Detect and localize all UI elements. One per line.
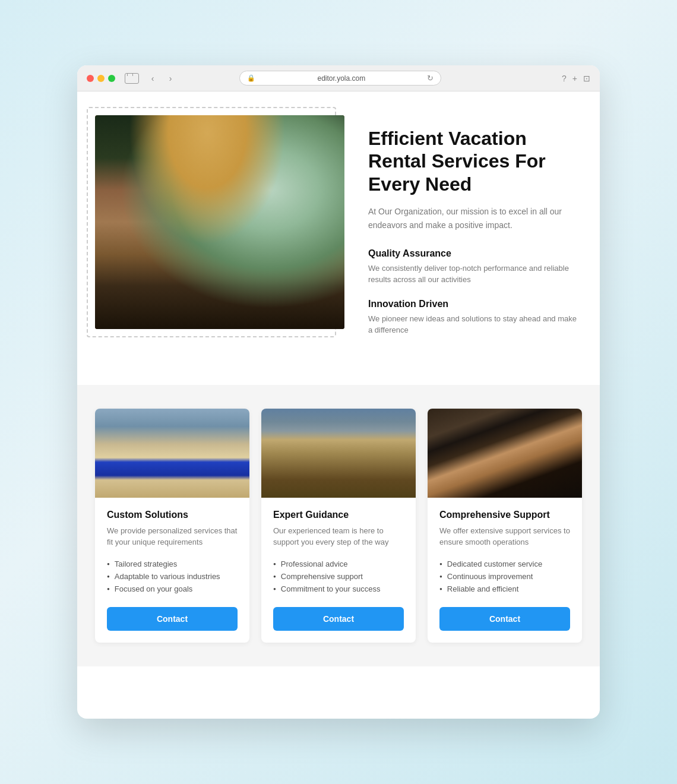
card-1: Custom Solutions We provide personalized… — [95, 409, 249, 643]
card-list-3: Dedicated customer service Continuous im… — [439, 558, 570, 595]
card-image-3 — [428, 409, 582, 498]
card-image-1 — [95, 409, 249, 498]
help-icon[interactable]: ? — [562, 74, 567, 83]
card-title-1: Custom Solutions — [107, 510, 238, 520]
feature-desc-1: We consistently deliver top-notch perfor… — [368, 263, 582, 286]
list-item: Adaptable to various industries — [107, 570, 238, 583]
feature-title-1: Quality Assurance — [368, 248, 582, 259]
card-image-2 — [261, 409, 416, 498]
browser-window: ‹ › 🔒 editor.yola.com ↻ ? + ⊡ Efficient … — [77, 65, 600, 719]
page-content: Efficient Vacation Rental Services For E… — [77, 91, 600, 696]
refresh-icon[interactable]: ↻ — [427, 74, 434, 83]
hero-image-inner — [95, 115, 344, 329]
feature-desc-2: We pioneer new ideas and solutions to st… — [368, 313, 582, 336]
hero-section: Efficient Vacation Rental Services For E… — [95, 115, 582, 349]
list-item: Focused on your goals — [107, 583, 238, 595]
cards-grid: Custom Solutions We provide personalized… — [95, 409, 582, 643]
maximize-button[interactable] — [108, 75, 115, 82]
list-item: Professional advice — [273, 558, 404, 570]
contact-button-1[interactable]: Contact — [107, 607, 238, 631]
card-body-1: Custom Solutions We provide personalized… — [95, 498, 249, 643]
card-desc-3: We offer extensive support services to e… — [439, 525, 570, 548]
url-text: editor.yola.com — [259, 74, 423, 83]
card-desc-2: Our experienced team is here to support … — [273, 525, 404, 548]
feature-block-1: Quality Assurance We consistently delive… — [368, 248, 582, 286]
card-title-2: Expert Guidance — [273, 510, 404, 520]
back-button[interactable]: ‹ — [146, 72, 159, 85]
hero-text-area: Efficient Vacation Rental Services For E… — [368, 115, 582, 349]
browser-toolbar: ‹ › 🔒 editor.yola.com ↻ ? + ⊡ — [77, 65, 600, 91]
cards-section: Custom Solutions We provide personalized… — [77, 385, 600, 666]
card-list-1: Tailored strategies Adaptable to various… — [107, 558, 238, 595]
add-tab-icon[interactable]: + — [572, 74, 577, 83]
list-item: Dedicated customer service — [439, 558, 570, 570]
contact-button-2[interactable]: Contact — [273, 607, 404, 631]
card-3: Comprehensive Support We offer extensive… — [428, 409, 582, 643]
hero-title: Efficient Vacation Rental Services For E… — [368, 127, 582, 195]
list-item: Continuous improvement — [439, 570, 570, 583]
list-item: Tailored strategies — [107, 558, 238, 570]
lock-icon: 🔒 — [247, 74, 255, 82]
card-2: Expert Guidance Our experienced team is … — [261, 409, 416, 643]
card-list-2: Professional advice Comprehensive suppor… — [273, 558, 404, 595]
address-bar[interactable]: 🔒 editor.yola.com ↻ — [239, 71, 441, 86]
forward-button[interactable]: › — [164, 72, 177, 85]
list-item: Commitment to your success — [273, 583, 404, 595]
card-body-2: Expert Guidance Our experienced team is … — [261, 498, 416, 643]
feature-title-2: Innovation Driven — [368, 299, 582, 309]
contact-button-3[interactable]: Contact — [439, 607, 570, 631]
card-body-3: Comprehensive Support We offer extensive… — [428, 498, 582, 643]
close-button[interactable] — [87, 75, 94, 82]
traffic-lights — [87, 75, 115, 82]
hero-image — [95, 115, 344, 329]
menu-icon[interactable]: ⊡ — [583, 74, 590, 83]
tab-icon — [125, 73, 139, 84]
card-title-3: Comprehensive Support — [439, 510, 570, 520]
hero-image-wrapper — [95, 115, 344, 329]
card-desc-1: We provide personalized services that fi… — [107, 525, 238, 548]
hero-subtitle: At Our Organization, our mission is to e… — [368, 205, 582, 232]
list-item: Comprehensive support — [273, 570, 404, 583]
list-item: Reliable and efficient — [439, 583, 570, 595]
feature-block-2: Innovation Driven We pioneer new ideas a… — [368, 299, 582, 336]
toolbar-actions: ? + ⊡ — [562, 74, 590, 83]
minimize-button[interactable] — [97, 75, 105, 82]
